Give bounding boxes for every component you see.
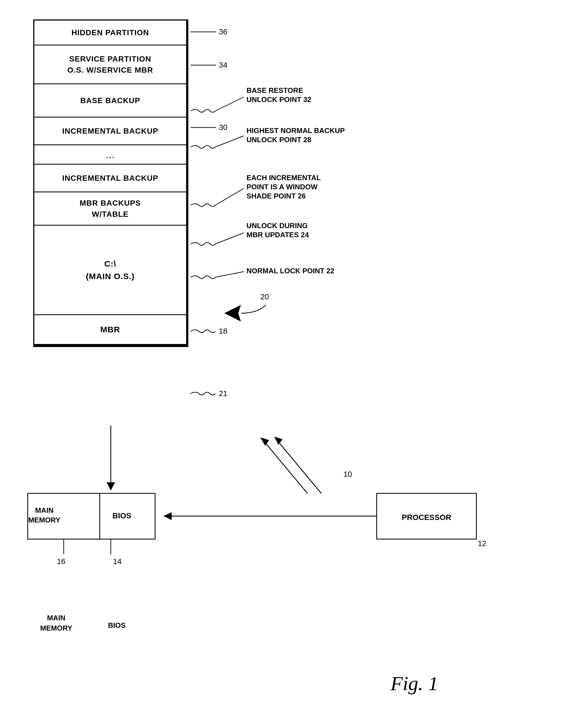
svg-text:MEMORY: MEMORY [28,516,60,524]
svg-marker-42 [274,437,282,445]
svg-text:BASE RESTORE: BASE RESTORE [247,86,303,95]
diagram-container: HIDDEN PARTITION SERVICE PARTITIONO.S. W… [17,11,588,719]
svg-rect-36 [377,493,476,539]
storage-block: HIDDEN PARTITION SERVICE PARTITIONO.S. W… [33,19,188,347]
base-backup-partition: BASE BACKUP [34,84,186,118]
svg-line-4 [215,97,244,111]
svg-line-16 [215,233,244,244]
svg-text:MAIN: MAIN [35,506,54,515]
svg-text:Fig. 1: Fig. 1 [390,673,438,695]
svg-text:30: 30 [219,123,227,132]
dots-partition: ... [34,145,186,165]
incremental-backup-bottom: INCREMENTAL BACKUP [34,165,186,192]
service-partition: SERVICE PARTITIONO.S. W/SERVICE MBR [34,45,186,84]
svg-text:18: 18 [219,327,227,335]
svg-text:14: 14 [113,557,122,566]
svg-text:MBR UPDATES  24: MBR UPDATES 24 [247,231,309,239]
svg-text:UNLOCK POINT   28: UNLOCK POINT 28 [247,136,311,144]
svg-text:16: 16 [57,557,65,566]
svg-line-43 [266,443,308,493]
svg-text:SHADE POINT  26: SHADE POINT 26 [247,192,306,200]
mbr-partition: MBR [34,314,186,345]
hidden-partition: HIDDEN PARTITION [34,21,186,45]
svg-text:PROCESSOR: PROCESSOR [402,513,451,522]
svg-marker-22 [224,305,241,321]
svg-rect-27 [28,493,155,539]
svg-text:36: 36 [219,27,227,36]
svg-text:34: 34 [219,61,227,69]
svg-line-19 [215,272,244,277]
main-os-partition: C:\(MAIN O.S.) [34,226,186,314]
svg-text:UNLOCK POINT  32: UNLOCK POINT 32 [247,95,311,104]
svg-text:UNLOCK DURING: UNLOCK DURING [247,221,308,230]
svg-text:BIOS: BIOS [112,512,131,520]
svg-line-41 [280,443,321,493]
svg-text:20: 20 [260,293,269,301]
svg-text:POINT IS A WINDOW: POINT IS A WINDOW [247,183,318,191]
svg-marker-26 [107,482,115,491]
svg-text:HIGHEST NORMAL BACKUP: HIGHEST NORMAL BACKUP [247,126,345,135]
svg-text:12: 12 [478,539,486,548]
svg-marker-40 [163,512,172,520]
bios-label: BIOS [108,621,126,630]
main-memory-label: MAINMEMORY [40,613,72,633]
svg-text:10: 10 [343,470,352,478]
svg-line-12 [215,188,244,205]
incremental-backup-top: INCREMENTAL BACKUP [34,118,186,145]
svg-text:21: 21 [219,389,227,398]
svg-text:NORMAL LOCK POINT 22: NORMAL LOCK POINT 22 [247,267,334,275]
svg-marker-44 [260,437,269,446]
mbr-backups-partition: MBR BACKUPSW/TABLE [34,192,186,226]
svg-text:EACH INCREMENTAL: EACH INCREMENTAL [247,174,321,182]
svg-line-9 [215,136,244,147]
